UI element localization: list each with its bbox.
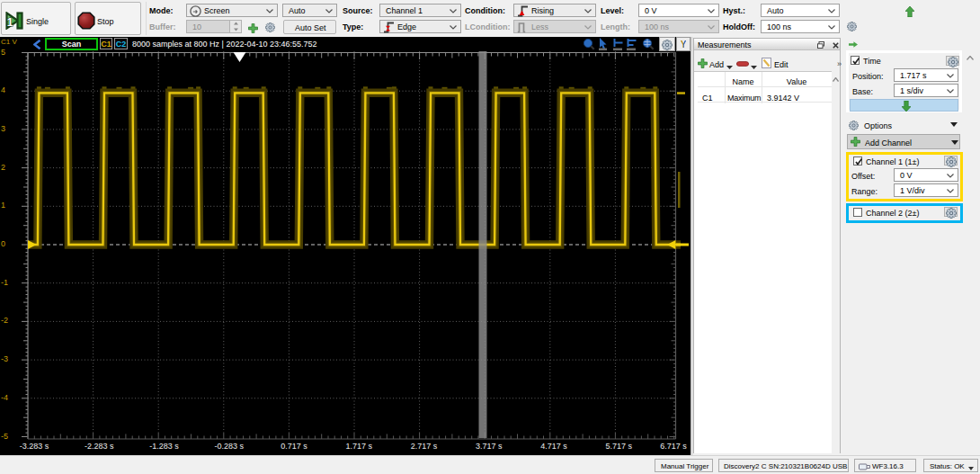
svg-text:1: 1 <box>7 16 13 29</box>
